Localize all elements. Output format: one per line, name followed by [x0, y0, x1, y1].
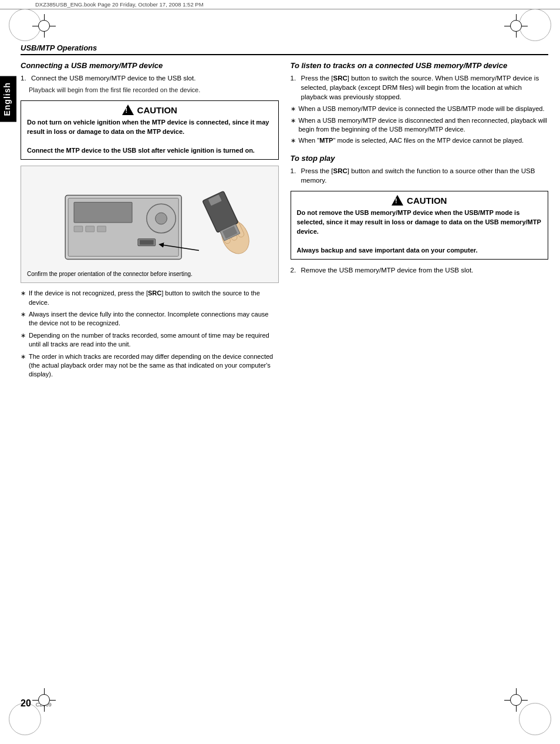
svg-point-7 — [156, 213, 167, 224]
caution-box-1: CAUTION Do not turn on vehicle ignition … — [21, 100, 279, 160]
caution-text-1-strong: Do not turn on vehicle ignition when the… — [27, 119, 269, 135]
rc-bullet-3: ∗ When "MTP" mode is selected, AAC files… — [291, 136, 549, 145]
bullet-note-2: ∗ Always insert the device fully into th… — [21, 310, 279, 328]
svg-rect-9 — [140, 240, 154, 245]
bullet-note-4: ∗ The order in which tracks are recorded… — [21, 352, 279, 379]
svg-rect-2 — [74, 203, 132, 223]
caution-text-2-strong1: Do not remove the USB memory/MTP device … — [297, 209, 541, 235]
caution-label-2: CAUTION — [407, 196, 447, 206]
device-illustration — [21, 166, 278, 282]
rc-bullet-2: ∗ When a USB memory/MTP device is discon… — [291, 116, 549, 134]
page-number: 20 — [21, 698, 31, 709]
top-crosshairs — [0, 14, 560, 38]
connecting-steps: 1. Connect the USB memory/MTP device to … — [21, 73, 279, 83]
caution-text-2-strong2: Always backup and save important data on… — [297, 247, 478, 254]
listen-steps: 1. Press the [SRC] button to switch the … — [291, 73, 549, 102]
bullet-note-3: ∗ Depending on the number of tracks reco… — [21, 331, 279, 349]
sidebar-language-label: English — [0, 76, 16, 122]
caution-header-1: CAUTION — [27, 105, 272, 115]
two-column-layout: Connecting a USB memory/MTP device 1. Co… — [21, 61, 548, 382]
header-filename: DXZ385USB_ENG.book Page 20 Friday, Octob… — [0, 0, 560, 9]
caution-triangle-icon-1 — [122, 105, 134, 115]
bullet-note-1: ∗ If the device is not recognized, press… — [21, 289, 279, 307]
stop-steps: 1. Press the [SRC] button and switch the… — [291, 166, 549, 185]
step1-subtext: Playback will begin from the first file … — [29, 86, 279, 95]
crosshair-bl — [32, 688, 56, 712]
crosshair-br — [504, 688, 528, 712]
caution-label-1: CAUTION — [137, 105, 177, 115]
crosshair-tl — [32, 14, 56, 38]
svg-rect-4 — [86, 226, 95, 232]
rc-bullet-1: ∗ When a USB memory/MTP device is connec… — [291, 105, 549, 113]
subsection-title-connecting: Connecting a USB memory/MTP device — [21, 61, 279, 70]
caution-text-2: Do not remove the USB memory/MTP device … — [297, 208, 542, 255]
left-column: Connecting a USB memory/MTP device 1. Co… — [21, 61, 279, 382]
section-title: USB/MTP Operations — [21, 43, 548, 55]
svg-rect-3 — [74, 226, 83, 232]
device-image: Confirm the proper orientation of the co… — [21, 166, 279, 283]
subsection-title-stop: To stop play — [291, 154, 549, 163]
step-1: 1. Connect the USB memory/MTP device to … — [21, 73, 279, 83]
device-caption: Confirm the proper orientation of the co… — [27, 270, 193, 278]
caution-box-2: CAUTION Do not remove the USB memory/MTP… — [291, 191, 549, 260]
subsection-title-listen: To listen to tracks on a connected USB m… — [291, 61, 549, 70]
svg-rect-5 — [97, 226, 106, 232]
caution-triangle-icon-2 — [392, 195, 403, 206]
caution-text-1: Do not turn on vehicle ignition when the… — [27, 118, 272, 156]
crosshair-tr — [504, 14, 528, 38]
stop-step-1: 1. Press the [SRC] button and switch the… — [291, 166, 549, 185]
stop-step-2: 2. Remove the USB memory/MTP device from… — [291, 265, 549, 275]
caution-text-1-strong2: Connect the MTP device to the USB slot a… — [27, 147, 255, 154]
bottom-crosshairs — [32, 688, 528, 712]
right-column: To listen to tracks on a connected USB m… — [291, 61, 549, 382]
main-content: USB/MTP Operations Connecting a USB memo… — [21, 38, 548, 382]
caution-header-2: CAUTION — [297, 195, 542, 206]
listen-step-1: 1. Press the [SRC] button to switch the … — [291, 73, 549, 102]
stop-steps-2: 2. Remove the USB memory/MTP device from… — [291, 265, 549, 275]
